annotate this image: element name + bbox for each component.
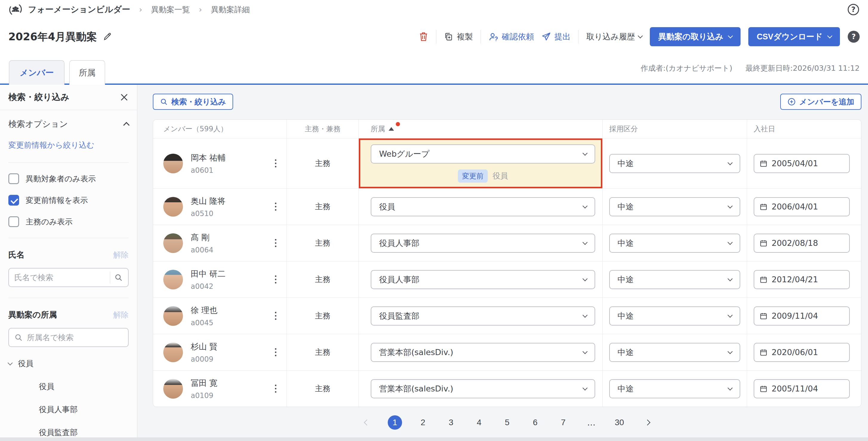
chevron-down-icon	[728, 349, 733, 354]
table-header: メンバー（599人） 主務・兼務 所属 採用区分 入社日	[153, 120, 861, 138]
recruit-dropdown[interactable]: 中途	[609, 343, 740, 362]
recruit-dropdown[interactable]: 中途	[609, 270, 740, 289]
join-date-field[interactable]: 2005/04/01	[754, 154, 850, 173]
join-date-field[interactable]: 2020/06/01	[754, 343, 850, 362]
pagination-prev-icon[interactable]	[360, 415, 374, 430]
department-dropdown[interactable]: 役員監査部	[371, 307, 595, 325]
breadcrumb-plan-list[interactable]: 異動案一覧	[151, 4, 190, 15]
edit-title-icon[interactable]	[103, 32, 112, 41]
divider	[8, 162, 129, 163]
recruit-dropdown[interactable]: 中途	[609, 307, 740, 325]
duty-value: 主務	[286, 334, 359, 370]
confirm-request-button[interactable]: 確認依頼	[489, 31, 534, 42]
tree-leaf[interactable]: 役員監査部	[8, 427, 129, 438]
chevron-down-icon	[583, 385, 588, 390]
name-filter-clear-button[interactable]: 解除	[113, 250, 129, 260]
name-search-field[interactable]	[8, 268, 129, 287]
csv-download-button[interactable]: CSVダウンロード	[748, 27, 840, 46]
duplicate-button[interactable]: 複製	[444, 31, 473, 42]
recruit-dropdown[interactable]: 中途	[609, 197, 740, 216]
name-search-input[interactable]	[14, 273, 106, 282]
toolbar-divider	[578, 30, 579, 43]
department-dropdown[interactable]: 営業本部(salesDiv.)	[371, 379, 595, 398]
pagination-ellipsis: …	[584, 415, 598, 430]
department-filter-clear-button[interactable]: 解除	[113, 310, 129, 320]
chevron-down-icon	[728, 240, 733, 245]
pagination-page[interactable]: 30	[612, 415, 626, 430]
delete-button[interactable]	[419, 32, 428, 42]
chevron-up-icon[interactable]	[123, 122, 129, 128]
chevron-down-icon	[728, 312, 733, 317]
pagination-page[interactable]: 6	[528, 415, 542, 430]
chevron-down-icon[interactable]	[8, 360, 13, 365]
calendar-icon	[760, 312, 767, 320]
join-date-field[interactable]: 2002/08/18	[754, 233, 850, 253]
department-dropdown[interactable]: 営業本部(salesDiv.)	[371, 343, 595, 362]
join-date-field[interactable]: 2012/04/21	[754, 270, 850, 289]
checkbox-checked[interactable]	[8, 195, 19, 206]
tab-member[interactable]: メンバー	[9, 60, 64, 85]
import-history-button[interactable]: 取り込み履歴	[586, 31, 642, 42]
checkbox-main-duty-only[interactable]: 主務のみ表示	[8, 216, 129, 227]
sort-ascending-icon[interactable]	[389, 127, 394, 131]
breadcrumb-separator: ›	[139, 5, 142, 14]
table-row: 徐 理也 a0045 主務 役員監査部 中途 2009/11/	[153, 297, 861, 334]
department-dropdown[interactable]: Webグループ	[371, 145, 595, 163]
kebab-menu-icon[interactable]	[275, 239, 276, 247]
pagination-next-icon[interactable]	[640, 415, 655, 430]
checkbox-unchecked[interactable]	[8, 174, 19, 184]
checkbox-unchecked[interactable]	[8, 216, 19, 227]
horizontal-scrollbar[interactable]	[0, 437, 868, 441]
department-dropdown[interactable]: 役員	[371, 197, 595, 216]
chevron-down-icon	[728, 203, 733, 208]
member-code: a0045	[191, 319, 218, 327]
search-icon[interactable]	[114, 273, 123, 282]
kebab-menu-icon[interactable]	[275, 385, 276, 393]
department-search-field[interactable]	[8, 328, 129, 347]
tab-department[interactable]: 所属	[69, 60, 105, 85]
pagination-page[interactable]: 3	[444, 415, 458, 430]
chevron-down-icon	[583, 349, 588, 354]
help-icon-filled[interactable]: ?	[848, 31, 860, 43]
join-date-field[interactable]: 2009/11/04	[754, 307, 850, 325]
submit-button[interactable]: 提出	[542, 31, 570, 42]
help-icon[interactable]: ?	[848, 4, 859, 15]
department-search-input[interactable]	[27, 333, 123, 342]
add-member-button[interactable]: メンバーを追加	[780, 94, 862, 110]
department-dropdown[interactable]: 役員人事部	[371, 270, 595, 289]
kebab-menu-icon[interactable]	[275, 275, 276, 283]
department-dropdown[interactable]: 役員人事部	[371, 233, 595, 253]
pagination-page[interactable]: 2	[416, 415, 430, 430]
recruit-dropdown[interactable]: 中途	[609, 379, 740, 398]
close-icon[interactable]	[120, 93, 129, 102]
pagination-page[interactable]: 7	[556, 415, 570, 430]
calendar-icon	[760, 160, 767, 167]
kebab-menu-icon[interactable]	[275, 348, 276, 356]
search-icon	[160, 98, 168, 106]
join-date-field[interactable]: 2005/11/04	[754, 379, 850, 398]
creator-label: 作成者:(カオナビサポート)	[641, 63, 732, 73]
tree-leaf[interactable]: 役員	[8, 381, 129, 392]
divider	[110, 272, 110, 283]
kebab-menu-icon[interactable]	[275, 159, 276, 167]
kebab-menu-icon[interactable]	[275, 202, 276, 211]
column-department[interactable]: 所属	[359, 120, 602, 138]
open-search-filter-button[interactable]: 検索・絞り込み	[153, 94, 233, 110]
tree-node-yakuin[interactable]: 役員	[8, 358, 129, 369]
checkbox-only-transfer-targets[interactable]: 異動対象者のみ表示	[8, 174, 129, 184]
avatar	[163, 233, 183, 253]
pagination-page[interactable]: 4	[472, 415, 486, 430]
pagination-page[interactable]: 5	[500, 415, 514, 430]
import-plan-button[interactable]: 異動案の取り込み	[650, 27, 741, 46]
kebab-menu-icon[interactable]	[275, 312, 276, 320]
join-date-field[interactable]: 2006/04/01	[754, 197, 850, 216]
pagination-page-current[interactable]: 1	[388, 415, 402, 430]
tree-leaf[interactable]: 役員人事部	[8, 404, 129, 415]
duty-value: 主務	[286, 298, 359, 334]
calendar-icon	[760, 348, 767, 356]
checkbox-show-before-info[interactable]: 変更前情報を表示	[8, 195, 129, 206]
column-duty: 主務・兼務	[286, 120, 359, 138]
recruit-dropdown[interactable]: 中途	[609, 154, 740, 173]
filter-by-before-link[interactable]: 変更前情報から絞り込む	[8, 140, 94, 150]
recruit-dropdown[interactable]: 中途	[609, 233, 740, 253]
